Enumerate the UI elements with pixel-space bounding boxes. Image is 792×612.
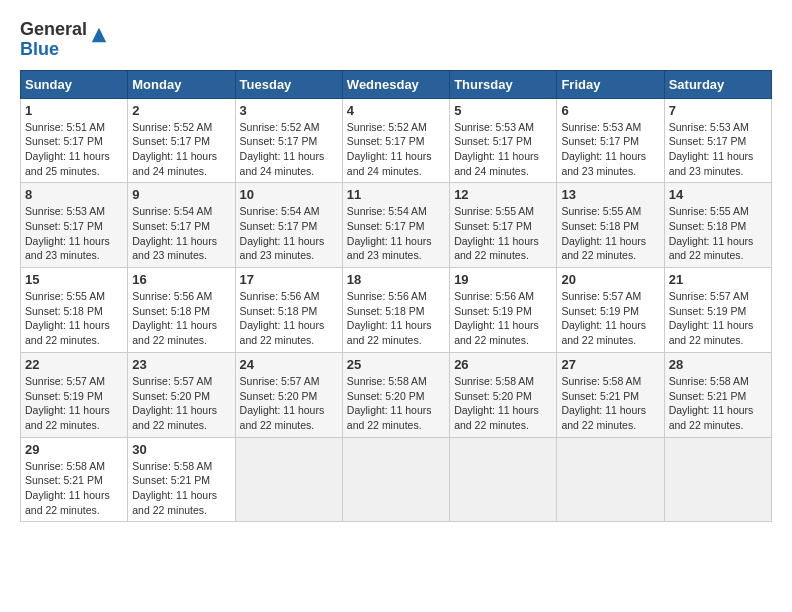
day-number: 3 xyxy=(240,103,338,118)
day-detail: Sunrise: 5:58 AMSunset: 5:21 PMDaylight:… xyxy=(669,374,767,433)
header-cell-monday: Monday xyxy=(128,70,235,98)
calendar-cell: 22Sunrise: 5:57 AMSunset: 5:19 PMDayligh… xyxy=(21,352,128,437)
calendar-cell: 29Sunrise: 5:58 AMSunset: 5:21 PMDayligh… xyxy=(21,437,128,522)
day-number: 5 xyxy=(454,103,552,118)
day-number: 25 xyxy=(347,357,445,372)
day-number: 7 xyxy=(669,103,767,118)
day-detail: Sunrise: 5:55 AMSunset: 5:17 PMDaylight:… xyxy=(454,204,552,263)
day-detail: Sunrise: 5:57 AMSunset: 5:20 PMDaylight:… xyxy=(132,374,230,433)
calendar-table: SundayMondayTuesdayWednesdayThursdayFrid… xyxy=(20,70,772,523)
header-cell-friday: Friday xyxy=(557,70,664,98)
header: General Blue xyxy=(20,20,772,60)
day-number: 29 xyxy=(25,442,123,457)
day-number: 23 xyxy=(132,357,230,372)
day-detail: Sunrise: 5:58 AMSunset: 5:21 PMDaylight:… xyxy=(132,459,230,518)
day-detail: Sunrise: 5:55 AMSunset: 5:18 PMDaylight:… xyxy=(669,204,767,263)
calendar-cell: 10Sunrise: 5:54 AMSunset: 5:17 PMDayligh… xyxy=(235,183,342,268)
calendar-week-4: 22Sunrise: 5:57 AMSunset: 5:19 PMDayligh… xyxy=(21,352,772,437)
day-number: 30 xyxy=(132,442,230,457)
day-number: 12 xyxy=(454,187,552,202)
day-detail: Sunrise: 5:51 AMSunset: 5:17 PMDaylight:… xyxy=(25,120,123,179)
day-detail: Sunrise: 5:56 AMSunset: 5:19 PMDaylight:… xyxy=(454,289,552,348)
day-number: 28 xyxy=(669,357,767,372)
day-detail: Sunrise: 5:57 AMSunset: 5:19 PMDaylight:… xyxy=(25,374,123,433)
day-detail: Sunrise: 5:53 AMSunset: 5:17 PMDaylight:… xyxy=(25,204,123,263)
day-detail: Sunrise: 5:55 AMSunset: 5:18 PMDaylight:… xyxy=(25,289,123,348)
day-number: 15 xyxy=(25,272,123,287)
calendar-cell: 25Sunrise: 5:58 AMSunset: 5:20 PMDayligh… xyxy=(342,352,449,437)
calendar-cell: 18Sunrise: 5:56 AMSunset: 5:18 PMDayligh… xyxy=(342,268,449,353)
day-detail: Sunrise: 5:53 AMSunset: 5:17 PMDaylight:… xyxy=(561,120,659,179)
calendar-cell xyxy=(342,437,449,522)
day-number: 1 xyxy=(25,103,123,118)
day-detail: Sunrise: 5:54 AMSunset: 5:17 PMDaylight:… xyxy=(240,204,338,263)
calendar-cell: 11Sunrise: 5:54 AMSunset: 5:17 PMDayligh… xyxy=(342,183,449,268)
day-detail: Sunrise: 5:57 AMSunset: 5:19 PMDaylight:… xyxy=(669,289,767,348)
header-cell-thursday: Thursday xyxy=(450,70,557,98)
calendar-week-2: 8Sunrise: 5:53 AMSunset: 5:17 PMDaylight… xyxy=(21,183,772,268)
day-number: 21 xyxy=(669,272,767,287)
calendar-cell xyxy=(450,437,557,522)
day-detail: Sunrise: 5:57 AMSunset: 5:19 PMDaylight:… xyxy=(561,289,659,348)
calendar-cell xyxy=(557,437,664,522)
calendar-cell: 20Sunrise: 5:57 AMSunset: 5:19 PMDayligh… xyxy=(557,268,664,353)
calendar-cell: 26Sunrise: 5:58 AMSunset: 5:20 PMDayligh… xyxy=(450,352,557,437)
header-cell-tuesday: Tuesday xyxy=(235,70,342,98)
calendar-cell: 4Sunrise: 5:52 AMSunset: 5:17 PMDaylight… xyxy=(342,98,449,183)
day-number: 20 xyxy=(561,272,659,287)
day-detail: Sunrise: 5:53 AMSunset: 5:17 PMDaylight:… xyxy=(669,120,767,179)
day-number: 11 xyxy=(347,187,445,202)
calendar-cell: 5Sunrise: 5:53 AMSunset: 5:17 PMDaylight… xyxy=(450,98,557,183)
calendar-cell: 14Sunrise: 5:55 AMSunset: 5:18 PMDayligh… xyxy=(664,183,771,268)
day-detail: Sunrise: 5:56 AMSunset: 5:18 PMDaylight:… xyxy=(347,289,445,348)
day-number: 26 xyxy=(454,357,552,372)
calendar-body: 1Sunrise: 5:51 AMSunset: 5:17 PMDaylight… xyxy=(21,98,772,522)
day-detail: Sunrise: 5:56 AMSunset: 5:18 PMDaylight:… xyxy=(132,289,230,348)
day-number: 9 xyxy=(132,187,230,202)
day-number: 22 xyxy=(25,357,123,372)
logo: General Blue xyxy=(20,20,108,60)
day-detail: Sunrise: 5:58 AMSunset: 5:21 PMDaylight:… xyxy=(561,374,659,433)
calendar-cell: 15Sunrise: 5:55 AMSunset: 5:18 PMDayligh… xyxy=(21,268,128,353)
day-number: 27 xyxy=(561,357,659,372)
header-cell-saturday: Saturday xyxy=(664,70,771,98)
day-detail: Sunrise: 5:56 AMSunset: 5:18 PMDaylight:… xyxy=(240,289,338,348)
calendar-week-1: 1Sunrise: 5:51 AMSunset: 5:17 PMDaylight… xyxy=(21,98,772,183)
day-detail: Sunrise: 5:58 AMSunset: 5:21 PMDaylight:… xyxy=(25,459,123,518)
day-detail: Sunrise: 5:57 AMSunset: 5:20 PMDaylight:… xyxy=(240,374,338,433)
calendar-cell: 21Sunrise: 5:57 AMSunset: 5:19 PMDayligh… xyxy=(664,268,771,353)
calendar-cell: 7Sunrise: 5:53 AMSunset: 5:17 PMDaylight… xyxy=(664,98,771,183)
calendar-cell: 19Sunrise: 5:56 AMSunset: 5:19 PMDayligh… xyxy=(450,268,557,353)
day-detail: Sunrise: 5:52 AMSunset: 5:17 PMDaylight:… xyxy=(132,120,230,179)
day-detail: Sunrise: 5:55 AMSunset: 5:18 PMDaylight:… xyxy=(561,204,659,263)
calendar-cell: 17Sunrise: 5:56 AMSunset: 5:18 PMDayligh… xyxy=(235,268,342,353)
day-detail: Sunrise: 5:58 AMSunset: 5:20 PMDaylight:… xyxy=(347,374,445,433)
day-number: 8 xyxy=(25,187,123,202)
day-number: 17 xyxy=(240,272,338,287)
logo-icon xyxy=(90,26,108,44)
day-number: 16 xyxy=(132,272,230,287)
calendar-cell: 27Sunrise: 5:58 AMSunset: 5:21 PMDayligh… xyxy=(557,352,664,437)
calendar-header-row: SundayMondayTuesdayWednesdayThursdayFrid… xyxy=(21,70,772,98)
day-number: 2 xyxy=(132,103,230,118)
header-cell-sunday: Sunday xyxy=(21,70,128,98)
day-number: 4 xyxy=(347,103,445,118)
calendar-cell: 24Sunrise: 5:57 AMSunset: 5:20 PMDayligh… xyxy=(235,352,342,437)
day-number: 24 xyxy=(240,357,338,372)
day-number: 13 xyxy=(561,187,659,202)
day-detail: Sunrise: 5:58 AMSunset: 5:20 PMDaylight:… xyxy=(454,374,552,433)
day-detail: Sunrise: 5:54 AMSunset: 5:17 PMDaylight:… xyxy=(347,204,445,263)
day-detail: Sunrise: 5:52 AMSunset: 5:17 PMDaylight:… xyxy=(347,120,445,179)
calendar-cell xyxy=(664,437,771,522)
calendar-cell: 23Sunrise: 5:57 AMSunset: 5:20 PMDayligh… xyxy=(128,352,235,437)
day-number: 14 xyxy=(669,187,767,202)
calendar-cell: 16Sunrise: 5:56 AMSunset: 5:18 PMDayligh… xyxy=(128,268,235,353)
day-detail: Sunrise: 5:53 AMSunset: 5:17 PMDaylight:… xyxy=(454,120,552,179)
calendar-cell: 3Sunrise: 5:52 AMSunset: 5:17 PMDaylight… xyxy=(235,98,342,183)
day-number: 19 xyxy=(454,272,552,287)
calendar-cell xyxy=(235,437,342,522)
calendar-cell: 30Sunrise: 5:58 AMSunset: 5:21 PMDayligh… xyxy=(128,437,235,522)
calendar-week-5: 29Sunrise: 5:58 AMSunset: 5:21 PMDayligh… xyxy=(21,437,772,522)
calendar-cell: 2Sunrise: 5:52 AMSunset: 5:17 PMDaylight… xyxy=(128,98,235,183)
calendar-cell: 6Sunrise: 5:53 AMSunset: 5:17 PMDaylight… xyxy=(557,98,664,183)
